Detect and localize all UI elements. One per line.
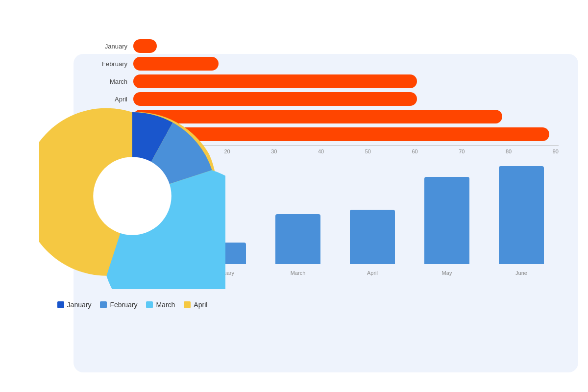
- donut-chart-panel: January February March April: [10, 69, 255, 343]
- legend-color-march: [146, 301, 153, 308]
- vbar-bar-march: [275, 214, 320, 264]
- vbar-xlabel-may-col: May: [410, 267, 484, 276]
- legend-label-april: April: [194, 301, 207, 309]
- hbar-track-january: [133, 39, 559, 53]
- vbar-xlabel-june-col: June: [484, 267, 559, 276]
- legend-label-january: January: [67, 301, 92, 309]
- hbar-tick-50: 50: [365, 148, 371, 154]
- hbar-tick-60: 60: [412, 148, 417, 154]
- legend-color-april: [184, 301, 191, 308]
- dashboard-container: January February March April January: [10, 10, 578, 382]
- hbar-tick-30: 30: [271, 148, 277, 154]
- vbar-xlabel-march: March: [291, 270, 306, 276]
- donut-center-hole: [93, 157, 172, 235]
- hbar-tick-40: 40: [318, 148, 324, 154]
- donut-legend: January February March April: [57, 301, 208, 309]
- vbar-bar-may: [424, 177, 469, 264]
- vbar-xlabel-march-col: March: [261, 267, 335, 276]
- vbar-xlabel-june: June: [515, 270, 527, 276]
- vbar-col-june: [484, 166, 559, 264]
- vbar-xlabel-april-col: April: [335, 267, 410, 276]
- legend-item-february: February: [100, 301, 137, 309]
- hbar-label-february: February: [98, 60, 133, 68]
- legend-item-march: March: [146, 301, 175, 309]
- hbar-label-january: January: [98, 43, 133, 50]
- vbar-xlabel-may: May: [442, 270, 452, 276]
- legend-label-march: March: [156, 301, 175, 309]
- donut-chart-svg: [39, 103, 225, 289]
- legend-label-february: February: [110, 301, 137, 309]
- vbar-col-april: [335, 166, 410, 264]
- vbar-col-may: [410, 166, 484, 264]
- vbar-bar-april: [350, 210, 394, 264]
- hbar-tick-90: 90: [553, 148, 559, 154]
- legend-color-january: [57, 301, 64, 308]
- legend-item-april: April: [184, 301, 207, 309]
- legend-color-february: [100, 301, 107, 308]
- hbar-row-january: January: [98, 39, 559, 53]
- vbar-xlabel-april: April: [367, 270, 378, 276]
- hbar-fill-january: [133, 39, 157, 53]
- hbar-tick-70: 70: [459, 148, 465, 154]
- vbar-col-march: [261, 166, 335, 264]
- legend-item-january: January: [57, 301, 92, 309]
- vbar-bar-june: [499, 166, 543, 264]
- hbar-tick-80: 80: [506, 148, 512, 154]
